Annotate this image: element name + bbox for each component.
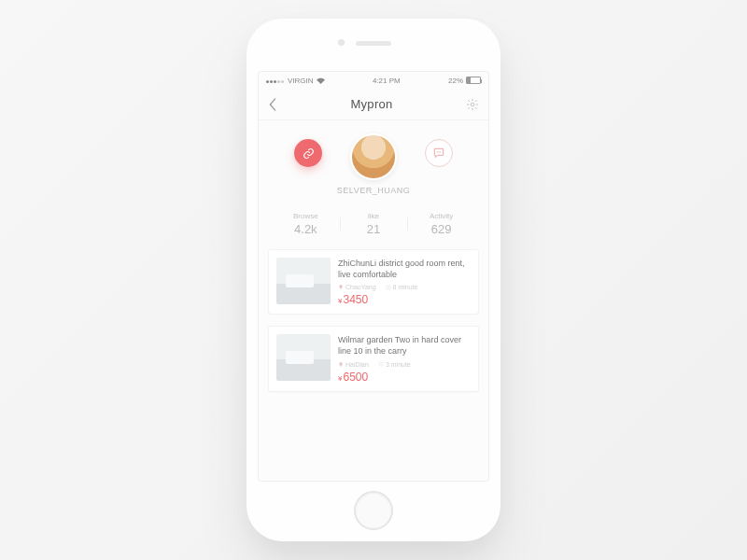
chevron-left-icon bbox=[268, 98, 277, 111]
profile-section: SELVER_HUANG bbox=[259, 120, 488, 203]
stat-activity[interactable]: Activity 629 bbox=[407, 212, 475, 236]
chat-icon bbox=[432, 147, 445, 160]
listing-body: ZhiChunLi district good room rent, live … bbox=[338, 258, 471, 306]
pin-icon bbox=[338, 284, 344, 290]
screen: VIRGIN 4:21 PM 22% Mypron bbox=[258, 71, 489, 482]
stat-value: 4.2k bbox=[272, 222, 340, 236]
listing-price: ¥3450 bbox=[338, 293, 471, 306]
pin-icon bbox=[338, 361, 344, 368]
phone-speaker bbox=[356, 41, 391, 46]
home-button[interactable] bbox=[354, 491, 393, 530]
listing-card[interactable]: ZhiChunLi district good room rent, live … bbox=[268, 249, 479, 315]
back-button[interactable] bbox=[268, 98, 277, 111]
listing-time: 8 minute bbox=[386, 284, 418, 290]
listing-thumbnail bbox=[276, 258, 331, 304]
stat-like[interactable]: like 21 bbox=[340, 212, 408, 236]
stats-row: Browse 4.2k like 21 Activity 629 bbox=[272, 212, 475, 236]
svg-point-0 bbox=[471, 103, 474, 106]
wifi-icon bbox=[317, 77, 325, 84]
clock-icon bbox=[386, 285, 391, 290]
svg-point-1 bbox=[437, 151, 438, 152]
stat-label: Activity bbox=[407, 212, 475, 220]
stat-label: like bbox=[340, 212, 408, 220]
link-icon bbox=[303, 147, 315, 160]
username: SELVER_HUANG bbox=[259, 186, 488, 195]
listing-card[interactable]: Wilmar garden Two in hard cover line 10 … bbox=[268, 326, 479, 391]
listing-title: Wilmar garden Two in hard cover line 10 … bbox=[338, 334, 471, 357]
avatar[interactable] bbox=[350, 133, 397, 180]
listing-location: HaiDian bbox=[338, 361, 369, 368]
phone-camera bbox=[338, 39, 345, 46]
stat-label: Browse bbox=[272, 212, 340, 220]
svg-point-3 bbox=[440, 151, 441, 152]
message-button[interactable] bbox=[425, 139, 453, 167]
status-time: 4:21 PM bbox=[373, 77, 401, 85]
link-button[interactable] bbox=[294, 139, 322, 167]
listing-body: Wilmar garden Two in hard cover line 10 … bbox=[338, 334, 471, 383]
phone-frame: VIRGIN 4:21 PM 22% Mypron bbox=[247, 19, 500, 541]
listing-time: 3 minute bbox=[378, 361, 411, 368]
page-title: Mypron bbox=[350, 97, 392, 111]
svg-point-2 bbox=[438, 151, 439, 152]
listing-location: ChaoYang bbox=[338, 284, 376, 290]
settings-button[interactable] bbox=[466, 98, 479, 111]
battery-icon bbox=[466, 77, 481, 84]
stat-browse[interactable]: Browse 4.2k bbox=[272, 212, 340, 236]
gear-icon bbox=[466, 98, 479, 111]
listing-price: ¥6500 bbox=[338, 371, 471, 384]
nav-bar: Mypron bbox=[259, 89, 488, 120]
listing-thumbnail bbox=[276, 334, 331, 381]
status-bar: VIRGIN 4:21 PM 22% bbox=[259, 72, 488, 89]
stat-value: 629 bbox=[407, 222, 475, 236]
signal-dots-icon bbox=[266, 77, 285, 85]
carrier-label: VIRGIN bbox=[288, 77, 314, 85]
clock-icon bbox=[378, 361, 384, 367]
listing-title: ZhiChunLi district good room rent, live … bbox=[338, 258, 471, 280]
battery-percent: 22% bbox=[448, 77, 463, 85]
stat-value: 21 bbox=[340, 222, 408, 236]
